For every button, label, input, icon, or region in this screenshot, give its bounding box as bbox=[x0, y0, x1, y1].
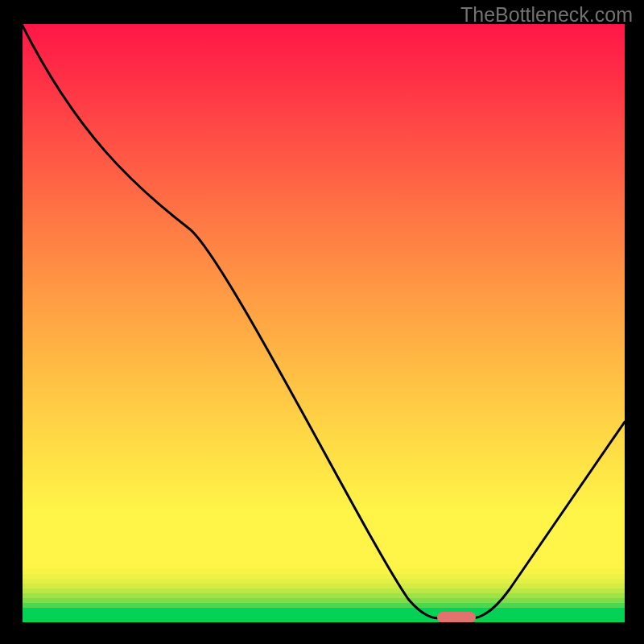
watermark-text: TheBottleneck.com bbox=[460, 3, 633, 27]
axes bbox=[20, 24, 625, 625]
plot-area bbox=[20, 24, 625, 625]
chart-frame: TheBottleneck.com bbox=[0, 0, 644, 644]
